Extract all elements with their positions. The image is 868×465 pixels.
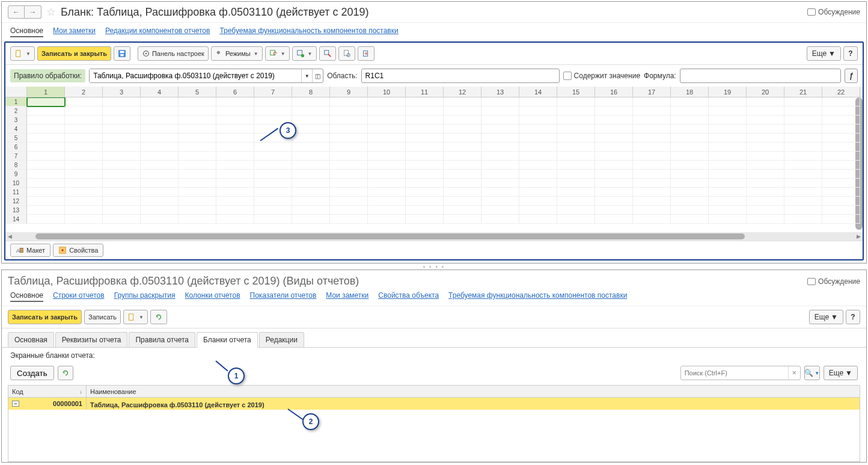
grid-cell[interactable] — [784, 170, 822, 179]
grid-cell[interactable] — [671, 106, 709, 115]
stab-blanks[interactable]: Бланки отчета — [197, 332, 258, 348]
grid-cell[interactable] — [368, 206, 406, 215]
settings-panel-button[interactable]: Панель настроек — [138, 46, 209, 61]
grid-cell[interactable] — [330, 197, 368, 206]
grid-cell[interactable] — [368, 170, 406, 179]
grid-cell[interactable] — [557, 161, 595, 170]
grid-cell[interactable] — [557, 134, 595, 143]
grid-cell[interactable] — [65, 188, 103, 197]
grid-cell[interactable] — [406, 215, 444, 224]
grid-cell[interactable] — [65, 161, 103, 170]
grid-cell[interactable] — [595, 106, 633, 115]
grid-cell[interactable] — [784, 179, 822, 188]
col-header[interactable]: 19 — [709, 87, 747, 97]
grid-cell[interactable] — [179, 188, 216, 197]
grid-cell[interactable] — [557, 206, 595, 215]
grid-cell[interactable] — [444, 125, 481, 134]
grid-cell[interactable] — [406, 125, 444, 134]
grid-cell[interactable] — [27, 206, 65, 215]
grid-cell[interactable] — [709, 115, 747, 125]
table-row[interactable]: −00000001 Таблица, Расшифровка ф.0503110… — [8, 398, 860, 410]
col-header[interactable]: 6 — [216, 87, 254, 97]
grid-cell[interactable] — [822, 106, 860, 115]
grid-cell[interactable] — [481, 179, 519, 188]
grid-cell[interactable] — [292, 170, 330, 179]
grid-cell[interactable] — [141, 125, 179, 134]
grid-cell[interactable] — [633, 188, 671, 197]
grid-cell[interactable] — [595, 143, 633, 152]
grid-cell[interactable] — [141, 215, 179, 224]
grid-cell[interactable] — [65, 97, 103, 106]
grid-cell[interactable] — [633, 170, 671, 179]
grid-cell[interactable] — [519, 152, 557, 161]
col-header[interactable]: 7 — [254, 87, 292, 97]
tab-main[interactable]: Основное — [10, 26, 43, 37]
toolbar-icon-5[interactable] — [358, 46, 374, 61]
row-header[interactable]: 10 — [5, 179, 27, 188]
grid-cell[interactable] — [633, 106, 671, 115]
grid-cell[interactable] — [671, 97, 709, 106]
grid-cell[interactable] — [519, 134, 557, 143]
grid-cell[interactable] — [330, 106, 368, 115]
grid-cell[interactable] — [519, 97, 557, 106]
grid-cell[interactable] — [671, 125, 709, 134]
grid-cell[interactable] — [330, 161, 368, 170]
grid-cell[interactable] — [141, 206, 179, 215]
grid-cell[interactable] — [141, 170, 179, 179]
grid-cell[interactable] — [65, 125, 103, 134]
grid-cell[interactable] — [633, 125, 671, 134]
grid-cell[interactable] — [595, 161, 633, 170]
grid-cell[interactable] — [595, 97, 633, 106]
grid-cell[interactable] — [406, 161, 444, 170]
grid-cell[interactable] — [406, 152, 444, 161]
grid-cell[interactable] — [330, 206, 368, 215]
grid-cell[interactable] — [27, 134, 65, 143]
grid-cell[interactable] — [292, 179, 330, 188]
grid-cell[interactable] — [141, 152, 179, 161]
grid-cell[interactable] — [292, 97, 330, 106]
col-header[interactable]: 3 — [103, 87, 141, 97]
grid-cell[interactable] — [254, 143, 292, 152]
col-header[interactable]: 14 — [519, 87, 557, 97]
grid-cell[interactable] — [747, 170, 784, 179]
grid-cell[interactable] — [557, 152, 595, 161]
grid-cell[interactable] — [784, 125, 822, 134]
grid-cell[interactable] — [444, 161, 481, 170]
search-dropdown-button[interactable]: 🔍▼ — [804, 366, 820, 380]
grid-cell[interactable] — [254, 170, 292, 179]
grid-cell[interactable] — [103, 161, 141, 170]
grid-cell[interactable] — [519, 188, 557, 197]
tab-layout[interactable]: AМакет — [10, 244, 50, 257]
grid-cell[interactable] — [595, 197, 633, 206]
row-header[interactable]: 2 — [5, 106, 27, 115]
toolbar-icon-1[interactable]: ▼ — [265, 46, 290, 61]
grid-cell[interactable] — [822, 161, 860, 170]
col-header[interactable]: 1 — [27, 87, 65, 97]
grid-cell[interactable] — [254, 106, 292, 115]
grid-cell[interactable] — [254, 215, 292, 224]
grid-cell[interactable] — [292, 197, 330, 206]
grid-cell[interactable] — [103, 125, 141, 134]
grid-cell[interactable] — [595, 125, 633, 134]
stab-main[interactable]: Основная — [8, 332, 54, 347]
tab-required[interactable]: Требуемая функциональность компонентов п… — [219, 26, 398, 37]
grid-cell[interactable] — [254, 152, 292, 161]
grid-cell[interactable] — [330, 97, 368, 106]
help-button-2[interactable]: ? — [846, 310, 860, 324]
toolbar-icon-3[interactable] — [319, 46, 336, 61]
grid-cell[interactable] — [216, 152, 254, 161]
grid-cell[interactable] — [65, 106, 103, 115]
col-header[interactable]: 17 — [633, 87, 671, 97]
tab-editions[interactable]: Редакции компонентов отчетов — [105, 26, 210, 37]
grid-cell[interactable] — [481, 106, 519, 115]
grid-cell[interactable] — [103, 206, 141, 215]
grid-cell[interactable] — [368, 106, 406, 115]
grid-cell[interactable] — [671, 115, 709, 125]
grid-cell[interactable] — [103, 215, 141, 224]
help-button[interactable]: ? — [843, 46, 858, 61]
grid-cell[interactable] — [444, 188, 481, 197]
grid-cell[interactable] — [784, 188, 822, 197]
grid-cell[interactable] — [179, 106, 216, 115]
icon-refresh[interactable] — [150, 310, 167, 324]
grid-cell[interactable] — [671, 134, 709, 143]
